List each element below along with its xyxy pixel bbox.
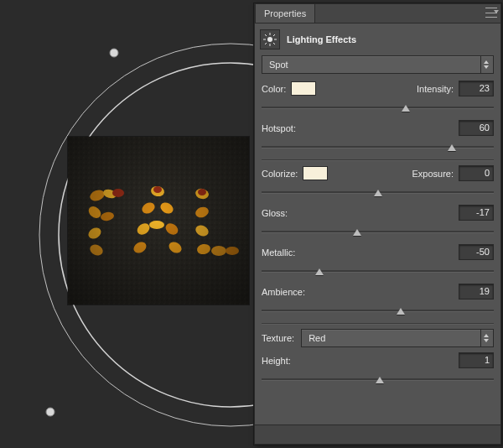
height-input[interactable]: 1 [459, 352, 494, 368]
light-type-select[interactable]: Spot [262, 55, 494, 74]
svg-line-39 [273, 43, 275, 44]
panel-footer [255, 425, 500, 444]
texture-select[interactable]: Red [301, 329, 494, 347]
gloss-input[interactable]: -17 [459, 205, 494, 221]
metallic-label: Metallic: [262, 247, 295, 258]
panel-title: Lighting Effects [287, 34, 356, 44]
exposure-label: Exposure: [412, 169, 454, 179]
colorize-swatch[interactable] [303, 166, 328, 180]
metallic-slider[interactable] [262, 265, 494, 277]
metallic-input[interactable]: -50 [459, 244, 494, 260]
svg-line-38 [265, 34, 267, 36]
svg-point-2 [110, 49, 118, 57]
panel-menu-icon[interactable] [485, 8, 497, 18]
hotspot-input[interactable]: 60 [459, 120, 494, 136]
svg-line-41 [265, 43, 267, 44]
texture-value: Red [309, 333, 325, 343]
colorize-label: Colorize: [262, 169, 298, 179]
intensity-input[interactable]: 23 [459, 81, 494, 96]
lighting-effects-icon [260, 29, 280, 49]
color-label: Color: [262, 84, 286, 94]
hotspot-slider[interactable] [262, 141, 494, 153]
separator [262, 159, 494, 160]
ambience-slider[interactable] [262, 305, 494, 316]
properties-panel: Properties Lighting Effects Spot [254, 3, 501, 445]
panel-header: Properties [255, 4, 500, 23]
panel-body: Spot Color: Intensity: 23 Hotspot: 60 Co… [255, 55, 500, 425]
panel-title-row: Lighting Effects [255, 23, 500, 55]
intensity-slider[interactable] [262, 102, 494, 113]
gloss-slider[interactable] [262, 226, 494, 237]
separator [262, 323, 494, 324]
svg-point-3 [46, 408, 54, 416]
intensity-label: Intensity: [417, 84, 454, 94]
texture-label: Texture: [262, 333, 294, 343]
filter-preview [68, 137, 249, 305]
height-slider[interactable] [262, 373, 494, 385]
height-label: Height: [262, 356, 291, 366]
light-type-value: Spot [269, 60, 288, 70]
color-swatch[interactable] [291, 81, 316, 96]
ambience-input[interactable]: 19 [459, 284, 494, 300]
svg-rect-32 [68, 137, 249, 305]
tab-label: Properties [264, 8, 306, 18]
svg-line-40 [273, 34, 275, 36]
exposure-input[interactable]: 0 [459, 165, 494, 181]
svg-point-33 [267, 37, 272, 42]
gloss-label: Gloss: [262, 208, 288, 218]
ambience-label: Ambience: [262, 287, 305, 297]
hotspot-label: Hotspot: [262, 123, 296, 133]
tab-properties[interactable]: Properties [255, 3, 315, 23]
exposure-slider[interactable] [262, 186, 494, 198]
